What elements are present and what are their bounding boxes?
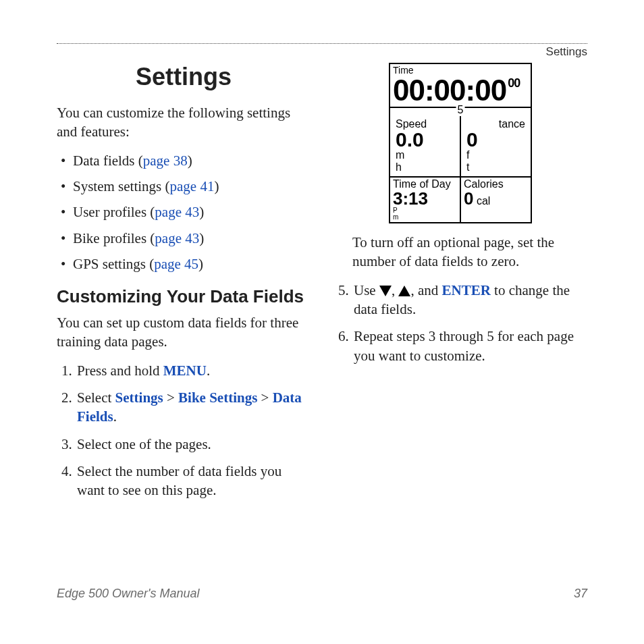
keyword-settings: Settings [115, 390, 163, 406]
page-link[interactable]: page 41 [170, 178, 215, 194]
page-link[interactable]: page 43 [155, 204, 199, 220]
spinner-value: 5 [458, 104, 464, 116]
list-item: Data fields (page 38) [73, 151, 311, 170]
list-item: Bike profiles (page 43) [73, 229, 311, 248]
bullet-label: Bike profiles [73, 230, 146, 246]
steps-left: Press and hold MENU. Select Settings > B… [57, 361, 311, 500]
keyword-bike-settings: Bike Settings [178, 390, 257, 406]
bullet-label: Data fields [73, 153, 135, 169]
subintro-text: You can set up custom data fields for th… [57, 313, 311, 352]
running-header: Settings [57, 43, 587, 59]
device-time-value: 00:00:0000 [390, 76, 531, 107]
bullet-label: System settings [73, 178, 161, 194]
page-link[interactable]: page 43 [155, 230, 199, 246]
list-item: User profiles (page 43) [73, 203, 311, 221]
step-item: Repeat steps 3 through 5 for each page y… [352, 327, 587, 365]
subheading: Customizing Your Data Fields [57, 286, 311, 308]
bullet-label: GPS settings [73, 256, 146, 272]
device-distance-value: 0 [466, 128, 478, 151]
device-tod-value: 3:13 [393, 188, 428, 209]
intro-text: You can customize the following settings… [57, 103, 311, 142]
list-item: GPS settings (page 45) [73, 254, 311, 273]
step-item: Select one of the pages. [76, 435, 311, 454]
page-link[interactable]: page 45 [154, 256, 198, 272]
bullet-label: User profiles [73, 204, 146, 220]
page-footer: Edge 500 Owner's Manual 37 [57, 587, 587, 601]
keyword-enter: ENTER [442, 282, 491, 298]
step-item: Select Settings > Bike Settings > Data F… [76, 388, 311, 427]
up-triangle-icon [398, 286, 410, 296]
device-speed-value: 0.0 [396, 128, 424, 151]
left-column: Settings You can customize the following… [57, 63, 311, 508]
down-triangle-icon [379, 286, 392, 296]
list-item: System settings (page 41) [73, 177, 311, 196]
caption-text: To turn off an optional page, set the nu… [333, 233, 587, 271]
keyword-menu: MENU [163, 363, 207, 379]
footer-page-number: 37 [574, 587, 587, 601]
footer-left: Edge 500 Owner's Manual [57, 587, 200, 601]
steps-right: Use , , and ENTER to change the data fie… [333, 281, 587, 365]
step-item: Press and hold MENU. [76, 361, 311, 380]
bullet-list: Data fields (page 38) System settings (p… [57, 151, 311, 274]
step-item: Use , , and ENTER to change the data fie… [352, 281, 587, 319]
page-title: Settings [57, 63, 311, 91]
page-link[interactable]: page 38 [143, 153, 188, 169]
right-column: Time 00:00:0000 5 Speed [333, 63, 587, 508]
step-item: Select the number of data fields you wan… [76, 462, 311, 500]
device-cal-value: 0 [464, 188, 473, 209]
device-screenshot: Time 00:00:0000 5 Speed [389, 63, 532, 223]
spinner: 5 [456, 104, 465, 116]
